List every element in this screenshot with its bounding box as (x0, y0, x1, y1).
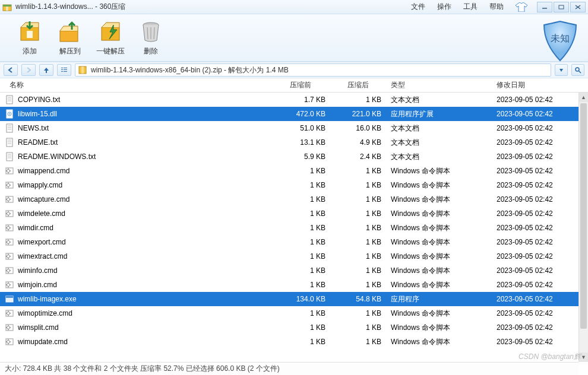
file-date: 2023-09-05 02:42 (492, 209, 571, 218)
file-date: 2023-09-05 02:42 (492, 252, 571, 260)
file-row[interactable]: wimlib-imagex.exe134.0 KB54.8 KB应用程序2023… (0, 292, 588, 306)
menu-file[interactable]: 文件 (411, 2, 425, 12)
toolbar-delete-button[interactable]: 删除 (131, 19, 171, 56)
file-row[interactable]: wimexport.cmd1 KB1 KBWindows 命令脚本2023-09… (0, 235, 588, 249)
box-add-icon (17, 19, 42, 44)
file-icon (5, 166, 14, 176)
file-row[interactable]: README.txt13.1 KB4.9 KB文本文档2023-09-05 02… (0, 135, 588, 150)
file-date: 2023-09-05 02:42 (492, 96, 571, 104)
statusbar: 大小: 728.4 KB 共 38 个文件和 2 个文件夹 压缩率 52.7% … (0, 362, 578, 375)
toolbar-add-button[interactable]: 添加 (10, 19, 50, 56)
scroll-thumb[interactable] (580, 103, 587, 329)
file-row[interactable]: wimsplit.cmd1 KB1 KBWindows 命令脚本2023-09-… (0, 320, 588, 335)
file-type: 文本文档 (386, 138, 492, 148)
menu-operate[interactable]: 操作 (437, 2, 451, 12)
file-name: wimupdate.cmd (18, 338, 68, 346)
file-icon (5, 252, 14, 261)
file-name: COPYING.txt (18, 96, 60, 104)
file-size-before: 1 KB (271, 266, 330, 275)
file-list[interactable]: COPYING.txt1.7 KB1 KB文本文档2023-09-05 02:4… (0, 93, 588, 361)
file-row[interactable]: wiminfo.cmd1 KB1 KBWindows 命令脚本2023-09-0… (0, 263, 588, 278)
file-row[interactable]: wimdelete.cmd1 KB1 KBWindows 命令脚本2023-09… (0, 206, 588, 221)
file-size-before: 1 KB (271, 224, 330, 232)
file-date: 2023-09-05 02:42 (492, 281, 571, 289)
path-text: wimlib-1.14.3-windows-x86_64-bin (2).zip… (91, 65, 289, 75)
file-type: Windows 命令脚本 (386, 223, 492, 233)
menu-tools[interactable]: 工具 (463, 2, 478, 12)
file-row[interactable]: wimcapture.cmd1 KB1 KBWindows 命令脚本2023-0… (0, 192, 588, 206)
file-row[interactable]: wimoptimize.cmd1 KB1 KBWindows 命令脚本2023-… (0, 306, 588, 320)
column-header-type[interactable]: 类型 (386, 78, 492, 92)
column-header-before[interactable]: 压缩前 (271, 78, 330, 92)
svg-rect-21 (64, 71, 67, 72)
file-row[interactable]: wimdir.cmd1 KB1 KBWindows 命令脚本2023-09-05… (0, 221, 588, 235)
file-name: wiminfo.cmd (18, 266, 58, 275)
file-size-before: 1 KB (271, 195, 330, 204)
path-input[interactable]: wimlib-1.14.3-windows-x86_64-bin (2).zip… (75, 63, 551, 77)
file-size-after: 1 KB (330, 181, 386, 189)
file-row[interactable]: wimupdate.cmd1 KB1 KBWindows 命令脚本2023-09… (0, 335, 588, 349)
file-name: NEWS.txt (18, 124, 49, 132)
file-size-after: 1 KB (330, 224, 386, 232)
minimize-button[interactable] (537, 2, 552, 12)
file-row[interactable]: libwim-15.dll472.0 KB221.0 KB应用程序扩展2023-… (0, 107, 588, 121)
file-date: 2023-09-05 02:42 (492, 110, 571, 118)
file-size-after: 1 KB (330, 238, 386, 246)
toolbar-quick-extract-button[interactable]: 一键解压 (90, 19, 131, 56)
search-button[interactable] (571, 64, 584, 76)
file-size-after: 1 KB (330, 195, 386, 204)
file-row[interactable]: COPYING.txt1.7 KB1 KB文本文档2023-09-05 02:4… (0, 93, 588, 107)
close-button[interactable] (570, 2, 586, 12)
scroll-down-arrow[interactable]: ▼ (579, 352, 588, 362)
file-type: Windows 命令脚本 (386, 180, 492, 190)
file-row[interactable]: wimjoin.cmd1 KB1 KBWindows 命令脚本2023-09-0… (0, 278, 588, 292)
path-dropdown-button[interactable] (555, 64, 568, 76)
file-icon (5, 266, 14, 275)
file-date: 2023-09-05 02:42 (492, 224, 571, 232)
file-size-before: 1 KB (271, 181, 330, 189)
status-text: 大小: 728.4 KB 共 38 个文件和 2 个文件夹 压缩率 52.7% … (5, 364, 280, 374)
file-type: Windows 命令脚本 (386, 266, 492, 276)
svg-rect-8 (27, 31, 33, 38)
toolbar-add-label: 添加 (23, 46, 37, 56)
file-row[interactable]: README.WINDOWS.txt5.9 KB2.4 KB文本文档2023-0… (0, 150, 588, 164)
vertical-scrollbar[interactable]: ▲ ▼ (578, 93, 588, 362)
file-row[interactable]: wimapply.cmd1 KB1 KBWindows 命令脚本2023-09-… (0, 178, 588, 192)
file-date: 2023-09-05 02:42 (492, 195, 571, 204)
file-icon (5, 209, 14, 218)
file-row[interactable]: wimappend.cmd1 KB1 KBWindows 命令脚本2023-09… (0, 164, 588, 178)
scroll-up-arrow[interactable]: ▲ (579, 93, 588, 102)
file-date: 2023-09-05 02:42 (492, 309, 571, 317)
file-icon (5, 280, 14, 290)
menu-help[interactable]: 帮助 (489, 2, 504, 12)
file-size-before: 1 KB (271, 323, 330, 332)
nav-back-button[interactable] (4, 64, 18, 76)
nav-forward-button[interactable] (21, 64, 36, 76)
svg-rect-16 (61, 68, 63, 68)
svg-rect-2 (6, 7, 8, 11)
file-row[interactable]: wimextract.cmd1 KB1 KBWindows 命令脚本2023-0… (0, 249, 588, 263)
file-icon (5, 138, 14, 147)
view-mode-button[interactable] (57, 64, 71, 76)
file-size-after: 1 KB (330, 252, 386, 260)
file-name: wimdir.cmd (18, 224, 53, 232)
column-header-date[interactable]: 修改日期 (492, 78, 571, 92)
svg-rect-1 (3, 5, 11, 7)
file-type: Windows 命令脚本 (386, 280, 492, 290)
file-row[interactable]: NEWS.txt51.0 KB16.0 KB文本文档2023-09-05 02:… (0, 121, 588, 135)
file-size-before: 5.9 KB (271, 152, 330, 161)
file-icon (5, 223, 14, 233)
svg-rect-17 (64, 68, 67, 68)
file-type: Windows 命令脚本 (386, 195, 492, 205)
file-date: 2023-09-05 02:42 (492, 124, 571, 132)
nav-up-button[interactable] (39, 64, 53, 76)
file-icon (5, 323, 14, 332)
maximize-button[interactable] (554, 2, 569, 12)
toolbar-extract-button[interactable]: 解压到 (50, 19, 90, 56)
column-header-name[interactable]: 名称 (0, 78, 271, 92)
skin-icon[interactable] (516, 2, 527, 12)
column-header-after[interactable]: 压缩后 (330, 78, 386, 92)
file-size-after: 1 KB (330, 309, 386, 317)
svg-rect-19 (64, 69, 67, 70)
security-shield-icon[interactable]: 未知 (537, 18, 583, 64)
